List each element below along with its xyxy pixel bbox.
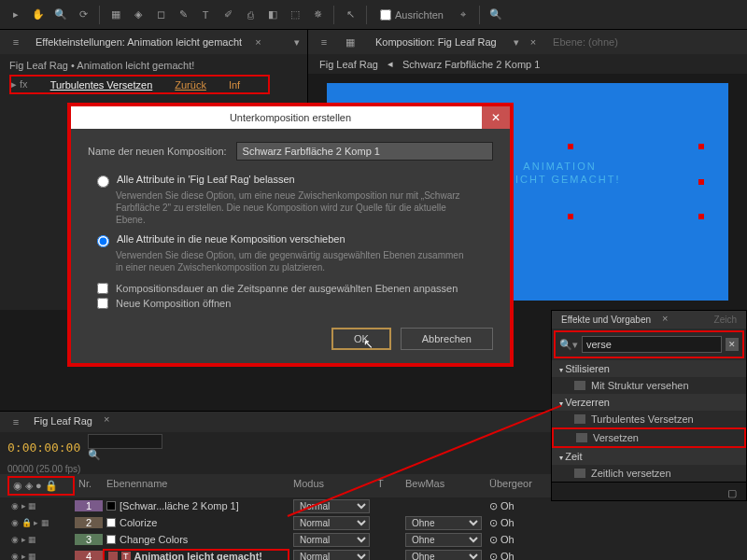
timeline-search-input[interactable] bbox=[88, 434, 162, 449]
effect-item[interactable]: Mit Struktur versehen bbox=[552, 377, 746, 394]
effect-name[interactable]: Turbulentes Versetzen bbox=[50, 79, 153, 91]
composition-tab[interactable]: Komposition: Fig Leaf Rag bbox=[368, 35, 504, 49]
effects-search-input[interactable] bbox=[582, 336, 722, 353]
precompose-dialog: Unterkomposition erstellen ✕ Name der ne… bbox=[67, 103, 514, 367]
dialog-titlebar: Unterkomposition erstellen ✕ bbox=[71, 106, 510, 129]
camera-tool-icon[interactable]: ▦ bbox=[107, 7, 124, 23]
fps-label: 00000 (25.00 fps) bbox=[7, 464, 80, 474]
transform-handle[interactable] bbox=[698, 179, 704, 185]
zoom-tool-icon[interactable]: 🔍 bbox=[52, 7, 69, 23]
zeich-tab[interactable]: Zeich bbox=[709, 313, 742, 327]
timeline-search[interactable]: 🔍 bbox=[88, 434, 162, 461]
layer-row[interactable]: ◉ ▸ ▦ 4 TAnimation leicht gemacht! Norma… bbox=[0, 548, 747, 560]
cancel-button[interactable]: Abbrechen bbox=[401, 328, 493, 350]
hand-tool-icon[interactable]: ✋ bbox=[30, 7, 47, 23]
panel-folder-icon[interactable]: ▢ bbox=[724, 484, 740, 501]
effect-path: Fig Leaf Rag • Animation leicht gemacht! bbox=[9, 60, 298, 71]
effect-category[interactable]: Verzerren bbox=[552, 394, 746, 411]
anchor-tool-icon[interactable]: ◈ bbox=[130, 7, 147, 23]
nr-column-header: Nr. bbox=[75, 476, 103, 496]
effect-category[interactable]: Zeit bbox=[552, 448, 746, 465]
effects-presets-panel: Effekte und Vorgaben × Zeich 🔍▾ ✕ Stilis… bbox=[551, 310, 747, 501]
open-composition-checkbox[interactable]: Neue Komposition öffnen bbox=[97, 298, 493, 309]
search-icon[interactable]: 🔍 bbox=[487, 7, 504, 23]
breadcrumb-item[interactable]: Fig Leaf Rag bbox=[319, 59, 378, 70]
selection-tool-icon[interactable]: ▸ bbox=[7, 7, 24, 23]
cursor-tool-icon[interactable]: ↖ bbox=[342, 7, 359, 23]
separator bbox=[333, 6, 334, 24]
panel-chevron-icon[interactable]: ▾ bbox=[294, 36, 300, 49]
breadcrumb-item[interactable]: Schwarz Farbfläche 2 Komp 1 bbox=[402, 59, 540, 70]
timecode[interactable]: 0:00:00:00 bbox=[7, 441, 80, 455]
clear-search-icon[interactable]: ✕ bbox=[726, 338, 739, 351]
separator bbox=[479, 6, 480, 24]
effect-row: ▸ fx Turbulentes Versetzen Zurück Inf bbox=[9, 75, 270, 94]
effect-icon bbox=[574, 414, 585, 424]
chevron-icon: ◂ bbox=[388, 58, 393, 70]
av-column-header: ◉ ◈ ● 🔒 bbox=[7, 476, 75, 496]
brush-tool-icon[interactable]: ✐ bbox=[219, 7, 236, 23]
align-label: Ausrichten bbox=[395, 9, 444, 21]
dialog-close-button[interactable]: ✕ bbox=[482, 106, 510, 129]
tab-close-icon[interactable]: × bbox=[662, 313, 668, 327]
breadcrumb: Fig Leaf Rag ◂ Schwarz Farbfläche 2 Komp… bbox=[308, 54, 747, 74]
adjust-duration-checkbox[interactable]: Kompositionsdauer an die Zeitspanne der … bbox=[97, 283, 493, 294]
puppet-tool-icon[interactable]: ✵ bbox=[309, 7, 326, 23]
eraser-tool-icon[interactable]: ◧ bbox=[264, 7, 281, 23]
transform-handle[interactable] bbox=[698, 214, 704, 219]
comp-icon: ▦ bbox=[342, 34, 359, 50]
layer-row[interactable]: ◉ 🔒 ▸ ▦ 2 Colorize Normal Ohne ⊙ Oh bbox=[0, 514, 747, 531]
effect-category[interactable]: Stilisieren bbox=[552, 360, 746, 377]
radio-label: Alle Attribute in die neue Komposition v… bbox=[117, 233, 345, 245]
separator bbox=[99, 6, 100, 24]
mode-select[interactable]: Normal bbox=[293, 533, 370, 547]
shape-tool-icon[interactable]: ◻ bbox=[152, 7, 169, 23]
panel-menu-icon[interactable]: ≡ bbox=[7, 34, 24, 50]
effect-info: Inf bbox=[229, 79, 240, 91]
trk-column-header: BewMas bbox=[402, 476, 486, 496]
transform-handle[interactable] bbox=[568, 214, 573, 219]
mode-column-header: Modus bbox=[289, 476, 374, 496]
tab-close-icon[interactable]: × bbox=[530, 36, 536, 48]
panel-menu-icon[interactable]: ≡ bbox=[316, 34, 332, 50]
transform-handle[interactable] bbox=[568, 144, 573, 149]
roto-tool-icon[interactable]: ⬚ bbox=[287, 7, 303, 23]
effect-reset-link[interactable]: Zurück bbox=[175, 79, 206, 91]
effect-icon bbox=[576, 433, 587, 442]
effect-settings-tab[interactable]: Effekteinstellungen: Animation leicht ge… bbox=[28, 35, 249, 49]
effect-item[interactable]: Zeitlich versetzen bbox=[552, 465, 746, 482]
move-attributes-radio[interactable] bbox=[97, 235, 109, 247]
timeline-tab[interactable]: Fig Leaf Rag bbox=[24, 413, 102, 430]
text-layer[interactable]: ANIMATION LEICHT GEMACHT! bbox=[499, 160, 620, 187]
snap-icon[interactable]: ⌖ bbox=[455, 7, 472, 23]
effects-presets-tab[interactable]: Effekte und Vorgaben bbox=[556, 313, 656, 327]
track-matte-select[interactable]: Ohne bbox=[405, 550, 482, 561]
name-label: Name der neuen Komposition: bbox=[88, 146, 227, 157]
panel-menu-icon[interactable]: ≡ bbox=[7, 413, 24, 430]
ebene-tab[interactable]: Ebene: (ohne) bbox=[545, 35, 626, 49]
track-matte-select[interactable]: Ohne bbox=[405, 516, 482, 530]
mode-select[interactable]: Normal bbox=[293, 550, 370, 561]
layer-row[interactable]: ◉ ▸ ▦ 3 Change Colors Normal Ohne ⊙ Oh bbox=[0, 531, 747, 548]
align-checkbox[interactable]: Ausrichten bbox=[374, 7, 449, 22]
ok-button[interactable]: OK ↖ bbox=[331, 328, 391, 350]
text-tool-icon[interactable]: T bbox=[197, 7, 214, 23]
leave-attributes-radio[interactable] bbox=[97, 175, 109, 188]
effect-icon bbox=[574, 469, 585, 478]
rotate-tool-icon[interactable]: ⟳ bbox=[75, 7, 92, 23]
effect-item[interactable]: Turbulentes Versetzen bbox=[552, 411, 746, 427]
stamp-tool-icon[interactable]: ⎙ bbox=[242, 7, 259, 23]
tab-close-icon[interactable]: × bbox=[255, 36, 261, 48]
effect-item-versetzen[interactable]: Versetzen bbox=[552, 427, 746, 448]
name-column-header: Ebenenname bbox=[103, 476, 289, 496]
track-matte-select[interactable]: Ohne bbox=[405, 533, 482, 547]
mode-select[interactable]: Normal bbox=[293, 516, 370, 530]
pen-tool-icon[interactable]: ✎ bbox=[175, 7, 191, 23]
tab-close-icon[interactable]: × bbox=[104, 413, 109, 430]
separator bbox=[366, 6, 367, 24]
main-toolbar: ▸ ✋ 🔍 ⟳ ▦ ◈ ◻ ✎ T ✐ ⎙ ◧ ⬚ ✵ ↖ Ausrichten… bbox=[0, 0, 747, 30]
mode-select[interactable]: Normal bbox=[293, 499, 370, 513]
t-column-header: T bbox=[374, 476, 402, 496]
composition-name-input[interactable] bbox=[236, 142, 493, 161]
transform-handle[interactable] bbox=[698, 144, 704, 149]
